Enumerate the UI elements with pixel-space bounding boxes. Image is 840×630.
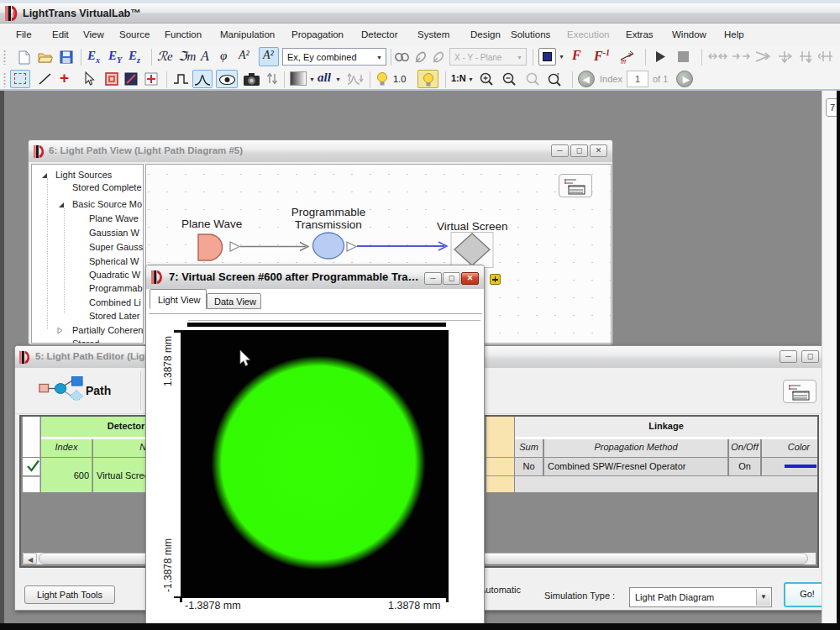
svg-text:2: 2 [627,52,631,58]
svg-text:fff: fff [621,59,627,64]
svg-text:⤴: ⤴ [556,72,559,80]
